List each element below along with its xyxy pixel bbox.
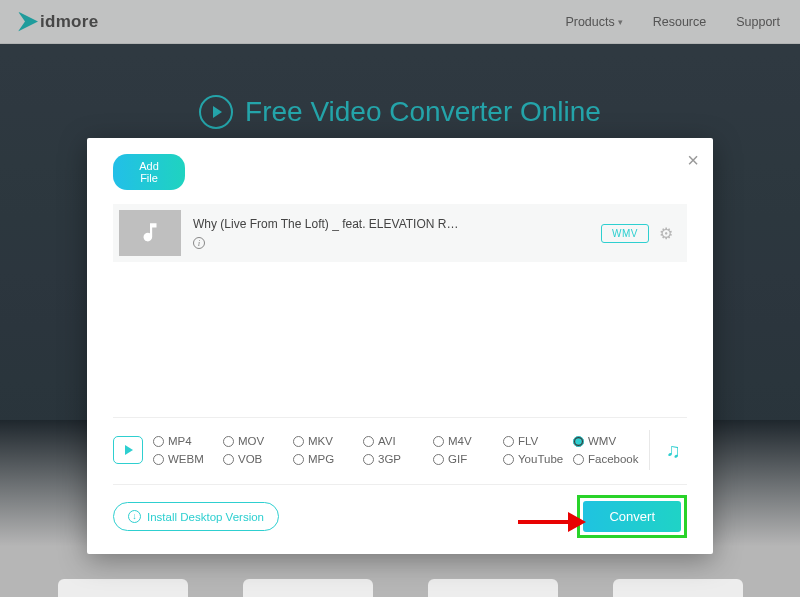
- format-option-mkv[interactable]: MKV: [293, 435, 359, 447]
- format-grid: MP4MOVMKVAVIM4VFLVWMVWEBMVOBMPG3GPGIFYou…: [153, 435, 639, 465]
- close-icon[interactable]: ×: [687, 150, 699, 170]
- gear-icon[interactable]: ⚙: [659, 224, 673, 243]
- add-file-button[interactable]: Add File: [113, 154, 185, 190]
- convert-button[interactable]: Convert: [583, 501, 681, 532]
- install-desktop-button[interactable]: Install Desktop Version: [113, 502, 279, 531]
- format-option-mpg[interactable]: MPG: [293, 453, 359, 465]
- video-tab-icon[interactable]: [113, 436, 143, 464]
- format-option-avi[interactable]: AVI: [363, 435, 429, 447]
- file-thumbnail: [119, 210, 181, 256]
- format-option-wmv[interactable]: WMV: [573, 435, 639, 447]
- background-cards: [0, 567, 800, 597]
- download-icon: [128, 510, 141, 523]
- modal-footer: Install Desktop Version Convert: [113, 484, 687, 538]
- format-option-vob[interactable]: VOB: [223, 453, 289, 465]
- format-option-youtube[interactable]: YouTube: [503, 453, 569, 465]
- info-icon[interactable]: i: [193, 237, 205, 249]
- format-option-mp4[interactable]: MP4: [153, 435, 219, 447]
- music-note-icon: [137, 220, 163, 246]
- file-name: Why (Live From The Loft) _ feat. ELEVATI…: [193, 217, 589, 231]
- format-option-webm[interactable]: WEBM: [153, 453, 219, 465]
- file-row: Why (Live From The Loft) _ feat. ELEVATI…: [113, 204, 687, 262]
- format-option-3gp[interactable]: 3GP: [363, 453, 429, 465]
- file-info: Why (Live From The Loft) _ feat. ELEVATI…: [193, 217, 589, 249]
- convert-highlight: Convert: [577, 495, 687, 538]
- divider: [649, 430, 650, 470]
- format-option-facebook[interactable]: Facebook: [573, 453, 639, 465]
- install-label: Install Desktop Version: [147, 511, 264, 523]
- format-option-gif[interactable]: GIF: [433, 453, 499, 465]
- converter-modal: × Add File Why (Live From The Loft) _ fe…: [87, 138, 713, 554]
- format-option-m4v[interactable]: M4V: [433, 435, 499, 447]
- format-option-mov[interactable]: MOV: [223, 435, 289, 447]
- format-badge[interactable]: WMV: [601, 224, 649, 243]
- format-option-flv[interactable]: FLV: [503, 435, 569, 447]
- audio-tab-icon[interactable]: ♫: [660, 439, 687, 462]
- format-panel: MP4MOVMKVAVIM4VFLVWMVWEBMVOBMPG3GPGIFYou…: [113, 417, 687, 478]
